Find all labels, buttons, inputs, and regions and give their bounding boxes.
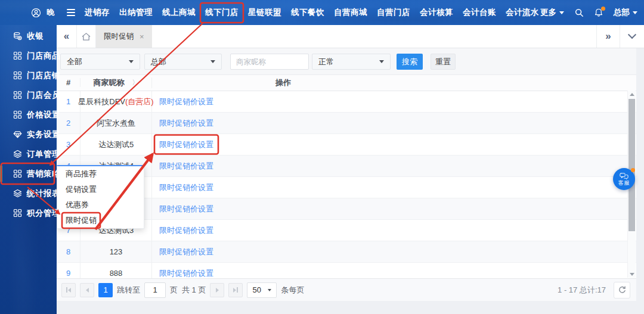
context-menu-item[interactable]: 优惠券 (57, 197, 144, 213)
sidebar-item[interactable]: 积分管理 (2, 203, 54, 223)
more-menu[interactable]: 更多 (540, 7, 564, 18)
avatar-icon[interactable] (31, 8, 41, 18)
row-actions: 限时促销价设置 (152, 198, 636, 219)
nav-item[interactable]: 会计流水 (504, 5, 540, 20)
limited-promo-price-link[interactable]: 限时促销价设置 (159, 97, 213, 107)
close-icon[interactable]: × (140, 33, 144, 41)
chat-icon (620, 173, 628, 180)
tab-list-dropdown[interactable] (620, 25, 644, 48)
limited-promo-price-link[interactable]: 限时促销价设置 (159, 118, 213, 129)
bell-icon[interactable] (594, 8, 603, 17)
limited-promo-price-link[interactable]: 限时促销价设置 (159, 204, 213, 214)
limited-promo-price-link[interactable]: 限时促销价设置 (159, 268, 213, 279)
search-button[interactable]: 搜索 (397, 54, 423, 70)
limited-promo-price-link[interactable]: 限时促销价设置 (159, 161, 213, 172)
nav-item[interactable]: 会计核算 (419, 5, 454, 20)
row-actions: 限时促销价设置 (152, 220, 636, 241)
jump-label: 跳转至 (117, 285, 140, 296)
row-actions: 限时促销价设置 (152, 134, 636, 155)
grid-icon (13, 51, 22, 60)
sidebar-item-label: 积分管理 (27, 208, 60, 219)
nav-item[interactable]: 出纳管理 (118, 5, 154, 20)
expand-tabs-button[interactable]: » (596, 25, 620, 48)
prev-page-button[interactable] (80, 283, 94, 297)
nav-item[interactable]: 线下餐饮 (290, 5, 326, 20)
context-menu-item[interactable]: 限时促销 (57, 213, 144, 228)
customer-service-button[interactable]: 客服 (613, 168, 635, 190)
next-page-button[interactable] (210, 283, 224, 297)
limited-promo-price-link[interactable]: 限时促销价设置 (159, 247, 213, 257)
table-row: 9888限时促销价设置 (57, 263, 636, 279)
merchant-name-suffix: (自营店) (125, 97, 154, 107)
sidebar-item[interactable]: 门店会员 (2, 85, 54, 105)
sidebar-item[interactable]: 订单管理 (2, 144, 54, 164)
sidebar-item[interactable]: 门店商品 (2, 46, 54, 66)
top-nav-items: 进销存出纳管理线上商城线下门店星链联盟线下餐饮自营商城自营门店会计核算会计台账会… (83, 5, 540, 20)
table-row: 1星辰科技DEV(自营店)限时促销价设置 (57, 91, 636, 113)
limited-promo-price-link[interactable]: 限时促销价设置 (159, 139, 213, 150)
scrollbar-thumb[interactable] (628, 99, 635, 231)
context-menu-item[interactable]: 促销设置 (57, 182, 144, 197)
tab-bar: « 限时促销 × » (57, 25, 644, 48)
limited-promo-price-link[interactable]: 限时促销价设置 (159, 225, 213, 236)
caret-down-icon (129, 60, 134, 63)
sidebar-item[interactable]: 门店店铺 (2, 66, 54, 85)
nav-item[interactable]: 自营商城 (333, 5, 369, 20)
sidebar-item-label: 收银 (27, 31, 44, 42)
limited-promo-price-link[interactable]: 限时促销价设置 (159, 182, 213, 193)
sidebar-item[interactable]: 统计报表 (2, 184, 54, 203)
nav-item[interactable]: 会计台账 (462, 5, 497, 20)
hamburger-menu-icon[interactable] (67, 9, 75, 16)
sidebar-item[interactable]: 价格设置 (2, 105, 54, 125)
current-page-button[interactable]: 1 (98, 283, 113, 297)
sidebar-item[interactable]: 实务设置 (2, 125, 54, 144)
merchant-name: 星辰科技DEV(自营店) (80, 91, 152, 112)
grid-icon (13, 110, 22, 119)
nav-item[interactable]: 星链联盟 (247, 5, 283, 20)
tab-limited-promo[interactable]: 限时促销 × (96, 25, 152, 48)
sidebar-item[interactable]: 收银 (2, 26, 54, 46)
nav-item[interactable]: 自营门店 (376, 5, 411, 20)
sidebar-item-label: 价格设置 (27, 110, 60, 120)
pagination-controls: 1 跳转至 页 共 1 页 50 条每页 (61, 282, 304, 298)
org-select[interactable]: 总部 (144, 54, 222, 70)
sidebar-item-label: 门店会员 (27, 90, 60, 101)
context-menu: 商品推荐促销设置优惠券限时促销 (57, 165, 144, 229)
column-header-index: # (57, 78, 80, 87)
pagination-bar: 1 跳转至 页 共 1 页 50 条每页 1 - 17 总计:17 (57, 278, 636, 301)
home-icon[interactable] (77, 25, 96, 48)
navbar-user-area: 晚 (31, 7, 75, 18)
first-page-button[interactable] (61, 283, 76, 297)
scope-select[interactable]: 全部 (60, 54, 140, 70)
scroll-down-icon[interactable] (628, 271, 636, 278)
pagination-summary: 1 - 17 总计:17 (558, 282, 630, 299)
nav-item[interactable]: 线下门店 (204, 5, 240, 20)
chevron-down-icon (633, 11, 637, 14)
reset-button[interactable]: 重置 (431, 54, 456, 70)
merchant-name-input[interactable] (230, 54, 309, 70)
row-actions: 限时促销价设置 (152, 263, 636, 279)
refresh-button[interactable] (614, 282, 630, 299)
row-actions: 限时促销价设置 (152, 91, 636, 112)
sidebar-item-label: 门店商品 (27, 51, 60, 61)
caret-down-icon (210, 60, 215, 63)
nav-item[interactable]: 进销存 (83, 5, 111, 20)
nav-item[interactable]: 线上商城 (161, 5, 197, 20)
tabbar-spacer (152, 25, 596, 48)
layers-icon (13, 150, 22, 158)
org-selector[interactable]: 总部 (614, 7, 637, 18)
search-icon[interactable] (574, 8, 584, 17)
last-page-button[interactable] (228, 283, 243, 297)
page-size-select[interactable]: 50 (247, 282, 277, 298)
row-index: 1 (57, 91, 80, 112)
coins-icon (13, 32, 22, 41)
status-select[interactable]: 正常 (312, 54, 391, 70)
context-menu-item[interactable]: 商品推荐 (57, 166, 144, 182)
sidebar: 收银门店商品门店店铺门店会员价格设置实务设置订单管理营销策略统计报表积分管理 (0, 25, 57, 314)
column-expand-icon[interactable]: 〉 (132, 78, 139, 87)
scroll-up-icon[interactable] (628, 91, 636, 98)
chevron-down-icon (559, 11, 564, 14)
collapse-tabs-button[interactable]: « (57, 25, 77, 48)
jump-page-input[interactable] (144, 282, 166, 298)
sidebar-item[interactable]: 营销策略 (2, 164, 54, 184)
